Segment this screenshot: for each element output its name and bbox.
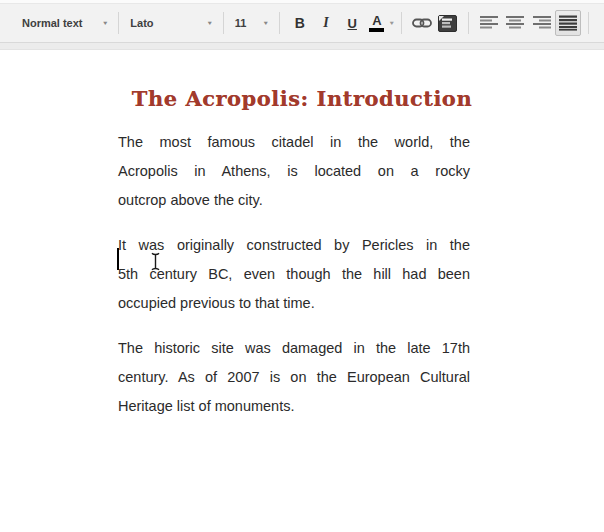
font-family-dropdown[interactable]: Lato ▾ bbox=[126, 10, 215, 36]
document-page[interactable]: The Acropolis: Introduction The most fam… bbox=[0, 86, 604, 532]
insert-comment-button[interactable] bbox=[435, 10, 461, 36]
chevron-down-icon[interactable]: ▾ bbox=[390, 19, 394, 26]
paragraph[interactable]: The most famous citadel in the world, th… bbox=[118, 128, 470, 215]
paragraph[interactable]: It was originally constructed by Pericle… bbox=[118, 231, 470, 318]
font-size-label: 11 bbox=[235, 17, 247, 29]
chevron-down-icon: ▾ bbox=[264, 19, 268, 26]
underline-button[interactable]: U bbox=[339, 10, 365, 36]
text-color-button[interactable]: A bbox=[365, 10, 388, 36]
align-center-icon bbox=[506, 15, 524, 31]
justify-button[interactable] bbox=[555, 10, 581, 36]
justify-icon bbox=[559, 15, 577, 31]
chevron-down-icon: ▾ bbox=[208, 19, 212, 26]
document-body[interactable]: The most famous citadel in the world, th… bbox=[118, 128, 470, 421]
doc-line[interactable]: outcrop above the city. bbox=[118, 186, 470, 215]
chevron-down-icon: ▾ bbox=[103, 19, 107, 26]
doc-line[interactable]: Acropolis in Athens, is located on a roc… bbox=[118, 157, 470, 186]
text-color-swatch bbox=[369, 28, 384, 32]
italic-icon: I bbox=[323, 15, 328, 31]
comment-icon bbox=[438, 15, 457, 32]
align-left-icon bbox=[480, 15, 498, 31]
align-left-button[interactable] bbox=[476, 10, 502, 36]
paragraph[interactable]: The historic site was damaged in the lat… bbox=[118, 334, 470, 421]
doc-line[interactable]: Heritage list of monuments. bbox=[118, 392, 470, 421]
doc-line[interactable]: occupied previous to that time. bbox=[118, 289, 470, 318]
toolbar-bottom-strip bbox=[0, 43, 604, 50]
insert-link-button[interactable] bbox=[409, 10, 435, 36]
doc-line[interactable]: The most famous citadel in the world, th… bbox=[118, 128, 470, 157]
font-family-label: Lato bbox=[130, 17, 153, 29]
toolbar-separator bbox=[118, 12, 119, 34]
doc-line[interactable]: century. As of 2007 is on the European C… bbox=[118, 363, 470, 392]
toolbar-separator bbox=[468, 12, 469, 34]
doc-line[interactable]: The historic site was damaged in the lat… bbox=[118, 334, 470, 363]
toolbar-separator bbox=[279, 12, 280, 34]
toolbar-separator bbox=[223, 12, 224, 34]
toolbar: Normal text ▾ Lato ▾ 11 ▾ B I U A ▾ bbox=[0, 3, 604, 43]
document-title[interactable]: The Acropolis: Introduction bbox=[0, 86, 604, 111]
underline-icon: U bbox=[348, 16, 357, 31]
text-color-icon: A bbox=[372, 14, 381, 27]
link-icon bbox=[412, 17, 432, 29]
toolbar-separator bbox=[401, 12, 402, 34]
bold-button[interactable]: B bbox=[287, 10, 313, 36]
paragraph-style-label: Normal text bbox=[22, 17, 83, 29]
doc-line[interactable]: 5th century BC, even though the hill had… bbox=[118, 260, 470, 289]
align-right-icon bbox=[533, 15, 551, 31]
text-caret bbox=[117, 248, 119, 270]
doc-line[interactable]: It was originally constructed by Pericle… bbox=[118, 231, 470, 260]
bold-icon: B bbox=[295, 15, 305, 31]
ibeam-cursor bbox=[149, 252, 162, 271]
paragraph-style-dropdown[interactable]: Normal text ▾ bbox=[18, 10, 111, 36]
align-right-button[interactable] bbox=[529, 10, 555, 36]
align-center-button[interactable] bbox=[502, 10, 528, 36]
font-size-dropdown[interactable]: 11 ▾ bbox=[231, 10, 272, 36]
italic-button[interactable]: I bbox=[313, 10, 339, 36]
toolbar-separator bbox=[588, 12, 589, 34]
